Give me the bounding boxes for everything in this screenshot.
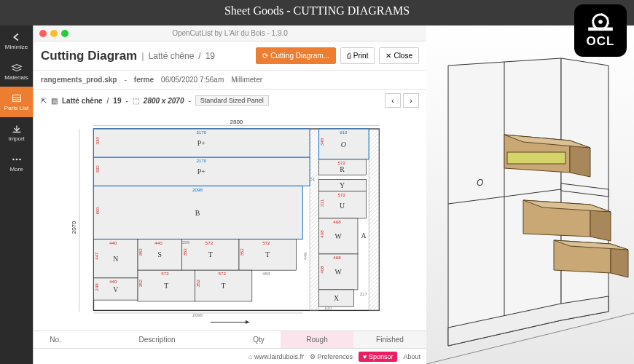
svg-text:2170: 2170 (196, 130, 206, 135)
svg-text:352: 352 (195, 279, 200, 287)
panel-type-tag: Standard Sized Panel (195, 95, 269, 106)
panel-size: 2800 x 2070 (144, 97, 184, 105)
svg-text:2070: 2070 (71, 221, 77, 234)
svg-text:Y: Y (340, 181, 345, 189)
prev-panel-button[interactable]: ‹ (385, 93, 401, 108)
link-icon[interactable]: ⇱ (41, 97, 47, 105)
svg-text:440: 440 (109, 240, 117, 245)
chevron-left-icon (10, 32, 23, 42)
svg-text:572: 572 (219, 271, 227, 276)
print-button[interactable]: ⎙ Print (340, 47, 375, 64)
list-icon (10, 93, 23, 103)
svg-text:51: 51 (310, 176, 315, 181)
svg-text:440: 440 (109, 279, 117, 284)
window-titlebar: OpenCutList by L'Air du Bois - 1.9.0 (34, 25, 426, 41)
svg-text:T: T (164, 282, 168, 290)
svg-text:100: 100 (324, 305, 332, 310)
svg-text:572: 572 (337, 192, 345, 197)
svg-text:352: 352 (138, 279, 143, 287)
svg-text:399: 399 (182, 240, 190, 245)
svg-text:352: 352 (239, 248, 244, 256)
svg-rect-8 (12, 95, 20, 101)
svg-text:446: 446 (302, 252, 308, 260)
panel-info-bar: ⇱ ▧ Latté chêne / 19 - ⬚ 2800 x 2070 - S… (34, 90, 426, 111)
file-unit: Millimeter (231, 76, 262, 84)
file-name: rangements_prod.skp (41, 76, 117, 84)
svg-text:572: 572 (262, 240, 270, 245)
sidebar-item-minimize[interactable]: Minimize (0, 25, 33, 56)
svg-text:V: V (113, 285, 118, 293)
svg-text:2098: 2098 (192, 187, 203, 192)
material-icon: ▧ (51, 97, 58, 105)
col-finished: Finished (353, 331, 426, 348)
header-material: Latté chêne (149, 51, 195, 61)
svg-text:T: T (222, 282, 226, 290)
svg-text:352: 352 (138, 248, 143, 256)
parts-table-header: No. Description Qty Rough Finished (34, 331, 426, 348)
svg-rect-19 (310, 129, 318, 310)
about-link[interactable]: About (403, 353, 420, 360)
sidebar-item-parts-list[interactable]: Parts List (0, 87, 33, 117)
cutting-diagram[interactable]: 2800 2070 2170 330 P+ 2170 330 P+ 2098 6… (34, 111, 426, 331)
col-qty: Qty (237, 336, 281, 344)
svg-text:440: 440 (154, 240, 163, 245)
print-icon: ⎙ (347, 52, 351, 60)
svg-text:408: 408 (319, 266, 324, 274)
svg-text:2098: 2098 (192, 312, 203, 317)
panel-nav: ‹ › (385, 93, 419, 108)
svg-text:572: 572 (206, 240, 214, 245)
svg-rect-2 (588, 28, 613, 31)
svg-text:U: U (340, 202, 345, 210)
header-count: 19 (206, 51, 215, 61)
ocl-badge-text: OCL (587, 34, 615, 49)
col-no: No. (34, 336, 77, 344)
svg-text:P+: P+ (197, 139, 206, 147)
app-window: OpenCutList by L'Air du Bois - 1.9.0 Cut… (33, 25, 426, 364)
cutting-diagram-button[interactable]: ⟳ Cutting Diagram... (256, 47, 336, 64)
col-desc: Description (77, 336, 237, 344)
svg-text:468: 468 (333, 255, 341, 260)
svg-text:248: 248 (94, 283, 99, 291)
svg-point-12 (15, 158, 17, 160)
svg-text:A: A (361, 232, 366, 240)
next-panel-button[interactable]: › (403, 93, 419, 108)
close-button[interactable]: ✕ Close (379, 47, 419, 64)
import-icon (10, 124, 23, 134)
svg-text:317: 317 (360, 291, 368, 296)
svg-text:610: 610 (340, 130, 348, 135)
preferences-link[interactable]: ⚙ Preferences (310, 353, 353, 360)
sidebar-item-more[interactable]: More (0, 148, 33, 178)
svg-text:2170: 2170 (196, 158, 206, 163)
sidebar-label: Parts List (4, 105, 28, 111)
svg-text:2800: 2800 (230, 119, 243, 125)
sheet-icon: ⬚ (133, 97, 139, 105)
svg-text:S: S (158, 250, 162, 258)
page-title: Sheet Goods - CUTTING DIAGRAMS (0, 0, 634, 25)
svg-text:330: 330 (95, 165, 100, 173)
refresh-icon: ⟳ (262, 52, 268, 60)
sidebar-label: Import (8, 135, 25, 142)
footer-url[interactable]: ⌂ www.lairdubois.fr (248, 353, 304, 360)
sponsor-button[interactable]: ♥ Sponsor (359, 352, 397, 362)
svg-text:B: B (195, 209, 200, 217)
close-icon: ✕ (386, 52, 391, 60)
sidebar-item-materials[interactable]: Materials (0, 56, 33, 87)
window-title: OpenCutList by L'Air du Bois - 1.9.0 (34, 29, 426, 37)
header-title: Cutting Diagram (41, 49, 137, 63)
svg-point-13 (19, 158, 21, 160)
model-name: ferme (134, 76, 154, 84)
svg-rect-20 (369, 129, 379, 310)
svg-text:W: W (335, 268, 343, 276)
subheader: rangements_prod.skp - ferme 06/05/2020 7… (34, 71, 426, 90)
svg-point-1 (598, 20, 603, 24)
sidebar: Minimize Materials Parts List Import Mor… (0, 25, 33, 364)
layers-icon (10, 63, 23, 73)
sidebar-item-import[interactable]: Import (0, 117, 33, 148)
svg-text:W: W (335, 232, 343, 240)
svg-text:O: O (341, 141, 346, 149)
svg-text:600: 600 (95, 207, 100, 215)
saw-icon (586, 12, 615, 33)
svg-text:311: 311 (319, 199, 324, 207)
panel-material: Latté chêne (62, 97, 103, 105)
svg-text:468: 468 (333, 219, 341, 224)
